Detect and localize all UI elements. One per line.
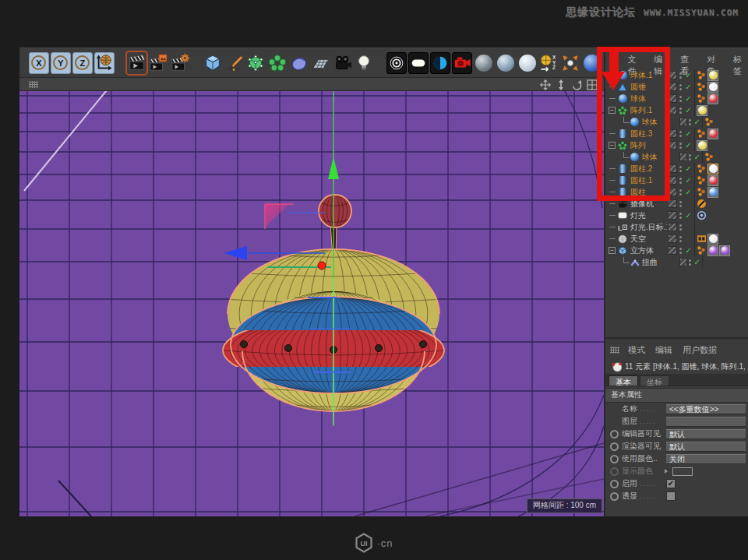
enabled-check-icon[interactable]: ✓: [683, 83, 693, 91]
object-name[interactable]: 圆柱.2: [630, 164, 667, 174]
attribute-dropdown[interactable]: 关闭: [666, 454, 746, 464]
enabled-check-icon[interactable]: ✓: [683, 71, 693, 79]
layer-toggle[interactable]: [668, 129, 677, 138]
object-name[interactable]: 圆锥: [630, 82, 667, 93]
visibility-dots[interactable]: [677, 213, 683, 219]
add-subdivision-surface-button[interactable]: [246, 52, 266, 74]
layer-toggle[interactable]: [668, 164, 677, 173]
material-tag[interactable]: [707, 234, 718, 245]
object-row[interactable]: −立方体✓: [605, 245, 748, 256]
object-name[interactable]: 球体: [642, 152, 679, 163]
add-generator-array-button[interactable]: [267, 52, 288, 74]
shading-sphere-wire-button[interactable]: [517, 52, 538, 74]
phong-tag-icon[interactable]: [697, 70, 707, 80]
phong-tag-icon[interactable]: [697, 175, 707, 185]
visibility-dots[interactable]: [677, 166, 683, 172]
attribute-checkbox[interactable]: [666, 491, 676, 501]
object-name[interactable]: 阵列.1: [630, 105, 667, 116]
material-tag[interactable]: [719, 245, 730, 256]
enabled-check-icon[interactable]: ✓: [693, 258, 701, 266]
object-row[interactable]: −阵列✓: [605, 139, 748, 151]
object-row[interactable]: 天空: [605, 233, 748, 245]
object-name[interactable]: 扭曲: [642, 257, 679, 268]
object-name[interactable]: 灯光: [630, 210, 667, 221]
enabled-check-icon[interactable]: ✓: [683, 94, 693, 103]
phong-tag-icon[interactable]: [697, 82, 707, 92]
half-shade-mode-button[interactable]: [430, 52, 450, 74]
visibility-dots[interactable]: [687, 119, 693, 125]
attribute-manager-menu-0[interactable]: 模式: [628, 344, 645, 356]
disclosure-triangle-icon[interactable]: [665, 469, 668, 474]
enabled-check-icon[interactable]: ✓: [693, 118, 701, 126]
layer-toggle[interactable]: [668, 141, 677, 150]
attribute-manager-menu-1[interactable]: 编辑: [655, 344, 672, 356]
visibility-dots[interactable]: [677, 236, 683, 242]
keyframe-circle[interactable]: [610, 430, 619, 438]
enabled-check-icon[interactable]: ✓: [683, 141, 693, 150]
rotate-icon[interactable]: [571, 79, 582, 90]
object-name[interactable]: 圆柱.3: [630, 129, 667, 139]
attribute-input[interactable]: [666, 417, 746, 427]
layer-toggle[interactable]: [668, 83, 677, 91]
visibility-dots[interactable]: [677, 143, 683, 149]
object-name[interactable]: 球体: [630, 93, 667, 104]
enabled-check-icon[interactable]: ✓: [683, 211, 693, 220]
layer-toggle[interactable]: [679, 118, 688, 126]
visibility-dots[interactable]: [677, 201, 683, 207]
phong-tag-icon[interactable]: [704, 117, 714, 127]
object-name[interactable]: 球体.1: [630, 70, 667, 81]
layer-toggle[interactable]: [668, 71, 677, 79]
enabled-check-icon[interactable]: ✓: [683, 188, 693, 196]
visibility-dots[interactable]: [677, 189, 683, 195]
layer-toggle[interactable]: [668, 246, 677, 255]
shading-sphere-quick-button[interactable]: [496, 52, 516, 74]
render-settings-button[interactable]: [170, 52, 190, 74]
visibility-dots[interactable]: [677, 96, 683, 102]
layer-toggle[interactable]: [668, 106, 677, 114]
enabled-check-icon[interactable]: ✓: [683, 164, 693, 173]
y-axis-lock-button[interactable]: Y: [51, 52, 71, 74]
viewport[interactable]: 网格间距 : 100 cm: [19, 91, 604, 516]
layer-toggle[interactable]: [668, 223, 677, 231]
shading-sphere-gouraud-button[interactable]: [474, 52, 494, 74]
object-row[interactable]: L灯光.目标.1: [605, 221, 748, 233]
object-name[interactable]: 圆柱: [630, 187, 667, 198]
area-light-mode-button[interactable]: [408, 52, 429, 74]
dolly-icon[interactable]: [556, 79, 566, 90]
visibility-dots[interactable]: [677, 72, 683, 79]
visibility-dots[interactable]: [677, 178, 683, 184]
pan-icon[interactable]: [540, 79, 551, 90]
material-tag[interactable]: [707, 164, 718, 174]
object-row[interactable]: 球体✓: [605, 93, 748, 104]
snap-sphere-button[interactable]: [582, 52, 602, 74]
layer-toggle[interactable]: [668, 94, 677, 103]
add-environment-floor-button[interactable]: [311, 52, 331, 74]
keyframe-circle[interactable]: [610, 455, 619, 463]
material-tag[interactable]: [707, 129, 718, 139]
layer-toggle[interactable]: [668, 176, 677, 185]
layer-toggle[interactable]: [668, 199, 677, 208]
phong-tag-icon[interactable]: [697, 164, 707, 174]
layer-toggle[interactable]: [668, 188, 677, 196]
layer-toggle[interactable]: [668, 211, 677, 220]
target-display-mode-button[interactable]: [386, 52, 407, 74]
attribute-checkbox[interactable]: ✔: [666, 479, 676, 488]
phong-tag-icon[interactable]: [697, 129, 707, 139]
object-row[interactable]: 扭曲✓: [605, 256, 748, 268]
visibility-dots[interactable]: [677, 131, 683, 137]
material-tag[interactable]: [707, 93, 718, 104]
compositing-tag-icon[interactable]: [697, 234, 707, 244]
attribute-dropdown[interactable]: 默认: [666, 429, 746, 439]
camera-record-mode-button[interactable]: [452, 52, 472, 74]
object-row[interactable]: 摄像机: [605, 198, 748, 210]
material-tag[interactable]: [707, 175, 718, 186]
add-spline-pen-button[interactable]: [224, 52, 245, 74]
tab-1[interactable]: 坐标: [640, 375, 669, 386]
visibility-dots[interactable]: [677, 224, 683, 231]
object-row[interactable]: 圆柱.3✓: [605, 128, 748, 139]
keyframe-circle[interactable]: [610, 442, 619, 451]
z-axis-lock-button[interactable]: Z: [72, 52, 93, 74]
object-row[interactable]: 圆柱✓: [605, 186, 748, 198]
object-name[interactable]: 摄像机: [630, 199, 667, 210]
visibility-dots[interactable]: [677, 84, 683, 90]
